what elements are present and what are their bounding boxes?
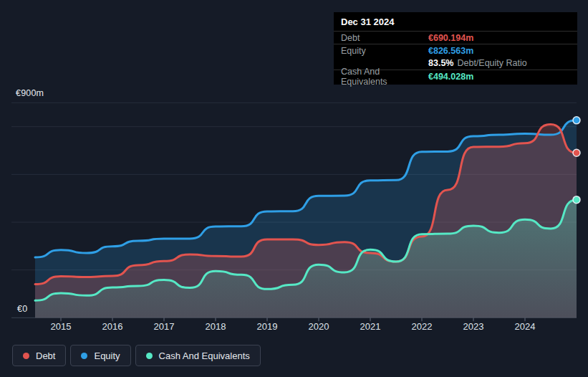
tooltip-cash-value: €494.028m <box>428 72 473 82</box>
y-axis-label-zero: €0 <box>17 304 27 314</box>
x-tick-label-2023: 2023 <box>458 321 489 332</box>
legend-cash-label: Cash And Equivalents <box>159 350 250 361</box>
x-tick-label-2017: 2017 <box>148 321 180 332</box>
cash-dot-icon <box>146 353 153 359</box>
debt-dot-icon <box>23 353 29 359</box>
y-axis-label-max: €900m <box>16 88 44 98</box>
legend-equity-label: Equity <box>94 350 120 361</box>
x-tick-label-2022: 2022 <box>406 321 438 332</box>
tooltip-ratio-value: 83.5% <box>428 58 453 68</box>
x-tick-label-2024: 2024 <box>509 321 541 332</box>
chart-tooltip: Dec 31 2024 Debt €690.194m Equity €826.5… <box>334 12 577 85</box>
x-tick-label-2021: 2021 <box>355 321 386 332</box>
x-axis: 2015201620172018201920202021202220232024 <box>0 321 588 334</box>
legend-debt-label: Debt <box>36 350 55 361</box>
x-tick-label-2020: 2020 <box>303 321 334 332</box>
tooltip-cash-label: Cash And Equivalents <box>341 67 428 87</box>
legend-item-debt[interactable]: Debt <box>12 345 66 366</box>
tooltip-ratio-label: Debt/Equity Ratio <box>457 58 526 68</box>
tooltip-equity-value: €826.563m <box>428 46 473 56</box>
tooltip-row-debt: Debt €690.194m <box>334 32 577 44</box>
tooltip-row-cash: Cash And Equivalents €494.028m <box>334 70 577 83</box>
tooltip-equity-label: Equity <box>341 46 428 56</box>
chart-legend: Debt Equity Cash And Equivalents <box>12 345 261 366</box>
tooltip-row-equity: Equity €826.563m <box>334 44 577 57</box>
legend-item-cash[interactable]: Cash And Equivalents <box>135 345 261 366</box>
equity-dot-icon <box>81 353 87 359</box>
x-tick-label-2018: 2018 <box>200 321 231 332</box>
tooltip-debt-label: Debt <box>341 33 428 43</box>
x-tick-label-2016: 2016 <box>97 321 128 332</box>
legend-item-equity[interactable]: Equity <box>70 345 130 366</box>
tooltip-debt-value: €690.194m <box>428 33 473 43</box>
x-tick-label-2015: 2015 <box>45 321 77 332</box>
x-tick-label-2019: 2019 <box>251 321 283 332</box>
tooltip-date: Dec 31 2024 <box>334 12 577 32</box>
